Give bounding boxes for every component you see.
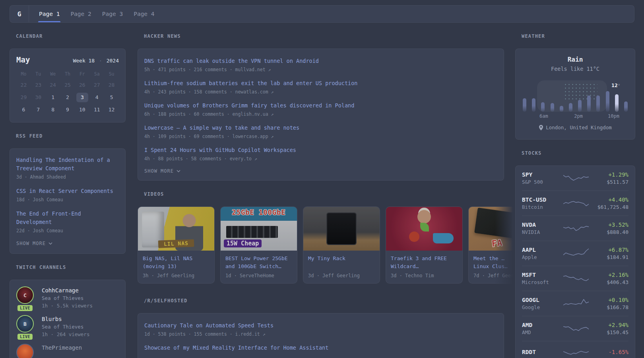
hackernews-item-source-link[interactable]: lowercase.app ↗ (233, 134, 274, 139)
hackernews-show-more-button[interactable]: SHOW MORE (144, 168, 497, 174)
rss-item-title[interactable]: Handling The Indentation of a Treeview C… (16, 156, 119, 173)
weather-location: London, United Kingdom (522, 125, 628, 130)
stock-sparkline (563, 323, 589, 335)
video-title[interactable]: Big NAS, Lil NAS (moving 13) (143, 255, 209, 270)
stock-company: S&P 500 (522, 179, 563, 186)
twitch-avatar[interactable]: B LIVE (16, 315, 36, 338)
calendar-section-title: CALENDAR (16, 33, 126, 39)
calendar-day: 4 (91, 93, 103, 102)
live-badge: LIVE (17, 334, 33, 340)
stock-row[interactable]: MSFT Microsoft +2.16% $406.43 (522, 266, 628, 291)
temp-bar (569, 103, 572, 112)
stock-change: -1.65% (589, 348, 628, 356)
twitch-channel-name[interactable]: Blurbs (42, 315, 89, 323)
app-logo[interactable]: G (10, 6, 29, 22)
video-card[interactable]: Traefik 3 and FREE Wildcard… 3d · Techno… (386, 206, 463, 284)
calendar-widget: May Week 18 · 2024 MoTuWeThFrSaSu2223242… (10, 49, 126, 123)
calendar-weekday: Sa (89, 70, 104, 78)
stock-row[interactable]: AAPL Apple +6.87% $184.91 (522, 241, 628, 266)
hackernews-item-title[interactable]: DNS traffic can leak outside the VPN tun… (144, 57, 497, 65)
hackernews-item-title[interactable]: Lithium-free sodium batteries exit the l… (144, 79, 497, 88)
reddit-item-source-link[interactable]: i.redd.it ↗ (235, 331, 265, 337)
stock-sparkline (563, 172, 589, 184)
stock-symbol[interactable]: AMD (522, 321, 563, 329)
video-title[interactable]: Meet the … Linux Clus… (473, 255, 513, 270)
video-thumbnail: 25GbE 100GbE 15W Cheap (221, 207, 297, 251)
weather-time-label: 6am (539, 113, 548, 119)
live-badge: LIVE (17, 305, 33, 311)
twitch-avatar[interactable] (16, 344, 36, 358)
calendar-day: 26 (76, 80, 88, 90)
weather-location-text: London, United Kingdom (546, 125, 612, 130)
temp-bar (587, 95, 591, 112)
hackernews-item-source-link[interactable]: mullvad.net ↗ (235, 67, 271, 72)
hackernews-item-source-link[interactable]: newatlas.com ↗ (235, 89, 274, 95)
hackernews-item-title[interactable]: Unique volumes of Brothers Grimm fairy t… (144, 101, 497, 110)
stock-row[interactable]: SPY S&P 500 +1.29% $511.57 (522, 166, 628, 191)
video-title[interactable]: My Tiny Rack (308, 255, 375, 270)
tab-page-3[interactable]: Page 3 (102, 6, 123, 22)
calendar-day: 30 (32, 93, 44, 102)
calendar-weekday: Su (104, 70, 119, 78)
temp-bar (578, 100, 582, 112)
weather-widget: Rain Feels like 11°C 12° 6am2pm10pm Lond… (515, 49, 635, 140)
hackernews-item-source-link[interactable]: english.nv.ua ↗ (233, 111, 274, 117)
video-card[interactable]: My Tiny Rack 3d · Jeff Geerling (303, 206, 380, 284)
reddit-item-title[interactable]: Cautionary Tale on Automated Speed Tests (144, 321, 497, 330)
tab-page-4[interactable]: Page 4 (134, 6, 154, 22)
rss-item: CSS in React Server Components 18d · Jos… (16, 187, 119, 203)
stock-row[interactable]: BTC-USD Bitcoin +4.40% $61,725.48 (522, 191, 628, 216)
stock-symbol[interactable]: AAPL (522, 246, 563, 254)
stock-row[interactable]: GOOGL Google +0.10% $166.78 (522, 291, 628, 316)
twitch-channel-row[interactable]: C LIVE CohhCarnage Sea of Thieves 1h · 5… (16, 286, 119, 309)
stock-symbol[interactable]: NVDA (522, 221, 563, 229)
twitch-channel-name[interactable]: ThePrimeagen (42, 344, 82, 352)
twitch-channel-row[interactable]: B LIVE Blurbs Sea of Thieves 1h · 264 vi… (16, 315, 119, 338)
stock-change: +1.29% (589, 171, 628, 179)
calendar-day: 27 (91, 80, 103, 90)
reddit-item-title[interactable]: Showcase of my Mixed Reality Interface f… (144, 344, 497, 352)
stock-symbol[interactable]: BTC-USD (522, 196, 563, 204)
stock-company: Apple (522, 254, 563, 261)
video-card[interactable]: FA Meet the … Linux Clus… 7d · Jeff Geer… (468, 206, 513, 284)
stock-symbol[interactable]: GOOGL (522, 296, 563, 304)
rss-show-more-button[interactable]: SHOW MORE (16, 241, 119, 246)
stock-change: +3.52% (589, 221, 628, 229)
twitch-channel-name[interactable]: CohhCarnage (42, 286, 93, 294)
twitch-avatar[interactable]: C LIVE (16, 286, 36, 309)
stock-row[interactable]: RDDT -1.65% (522, 341, 628, 358)
stock-price: $166.78 (589, 304, 628, 311)
hackernews-item-title[interactable]: I Spent 24 Hours with GitHub Copilot Wor… (144, 146, 497, 154)
video-card[interactable]: LIL NAS Big NAS, Lil NAS (moving 13) 3h … (138, 206, 215, 284)
twitch-section-title: TWITCH CHANNELS (16, 265, 126, 270)
tab-page-2[interactable]: Page 2 (70, 6, 91, 22)
calendar-day: 25 (62, 80, 74, 90)
weather-bars (522, 76, 628, 112)
stock-symbol[interactable]: SPY (522, 171, 563, 179)
hackernews-item: Lithium-free sodium batteries exit the l… (144, 79, 497, 95)
hackernews-item-title[interactable]: Lowercase – A simple way to take and sha… (144, 124, 497, 132)
video-title[interactable]: Traefik 3 and FREE Wildcard… (391, 255, 458, 270)
hackernews-item: Lowercase – A simple way to take and sha… (144, 124, 497, 140)
rss-item-title[interactable]: CSS in React Server Components (16, 187, 119, 195)
twitch-channel-row[interactable]: ThePrimeagen (16, 344, 119, 358)
temp-bar (541, 102, 545, 112)
hackernews-item-meta: 4h · 109 points · 69 comments · (144, 134, 233, 139)
rss-item-title[interactable]: The End of Front-End Development (16, 210, 119, 226)
stock-price: $511.57 (589, 179, 628, 186)
video-card[interactable]: 25GbE 100GbE 15W Cheap BEST Low Power 25… (220, 206, 297, 284)
video-title[interactable]: BEST Low Power 25GbE and 100GbE Switch… (225, 255, 292, 270)
calendar-day: 23 (32, 80, 44, 90)
calendar-day: 29 (17, 93, 29, 102)
stock-symbol[interactable]: MSFT (522, 271, 563, 279)
stock-symbol[interactable]: RDDT (522, 348, 563, 356)
hackernews-item-source-link[interactable]: every.to ↗ (230, 156, 257, 161)
stock-row[interactable]: NVDA NVIDIA +3.52% $888.40 (522, 216, 628, 241)
chevron-down-icon (48, 242, 52, 245)
stock-row[interactable]: AMD AMD +2.94% $150.45 (522, 316, 628, 341)
stock-sparkline (563, 247, 589, 259)
temp-bar (615, 94, 619, 112)
tab-page-1[interactable]: Page 1 (39, 6, 60, 22)
twitch-widget: C LIVE CohhCarnage Sea of Thieves 1h · 5… (10, 280, 126, 358)
hackernews-show-more-label: SHOW MORE (144, 168, 174, 174)
